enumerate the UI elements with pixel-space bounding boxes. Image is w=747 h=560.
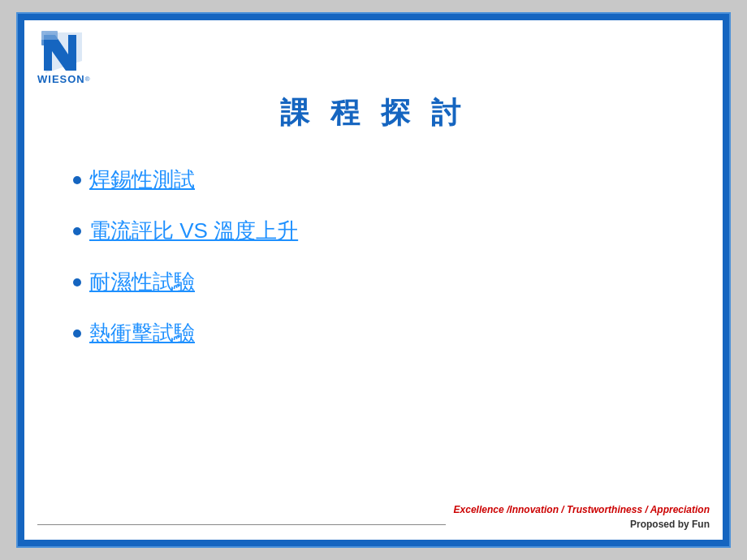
slide-container: WIESON ® 課 程 探 討 焊錫性測試 電流評比 VS 溫度上升: [16, 12, 731, 548]
slide-inner: WIESON ® 課 程 探 討 焊錫性測試 電流評比 VS 溫度上升: [24, 20, 723, 540]
bullet-dot: [73, 278, 81, 286]
logo-area: WIESON ®: [37, 28, 90, 85]
bullet-text-2: 電流評比 VS 溫度上升: [89, 217, 298, 245]
bullet-dot: [73, 176, 81, 184]
bullet-text-1: 焊錫性測試: [89, 166, 195, 194]
footer-tagline: Excellence /Innovation / Trustworthiness…: [454, 504, 710, 515]
footer-text-area: Excellence /Innovation / Trustworthiness…: [454, 504, 710, 530]
bullet-dot: [73, 227, 81, 235]
bullet-text-3: 耐濕性試驗: [89, 268, 195, 296]
logo-graphic: [37, 28, 86, 73]
right-border: [723, 14, 729, 546]
left-border: [18, 14, 24, 546]
bullet-dot: [73, 330, 81, 338]
list-item: 焊錫性測試: [73, 166, 674, 194]
list-item: 熱衝擊試驗: [73, 319, 674, 347]
footer-proposed: Proposed by Fun: [630, 519, 710, 530]
bullet-list: 焊錫性測試 電流評比 VS 溫度上升 耐濕性試驗 熱衝擊試驗: [73, 166, 674, 370]
footer-divider: [37, 524, 446, 525]
header: WIESON ®: [24, 20, 723, 85]
list-item: 耐濕性試驗: [73, 268, 674, 296]
list-item: 電流評比 VS 溫度上升: [73, 217, 674, 245]
footer-area: Excellence /Innovation / Trustworthiness…: [24, 504, 723, 540]
slide-title: 課 程 探 討: [73, 93, 674, 133]
bullet-text-4: 熱衝擊試驗: [89, 319, 195, 347]
main-content: 課 程 探 討 焊錫性測試 電流評比 VS 溫度上升 耐濕性試驗 熱衝擊試驗: [24, 85, 723, 504]
bottom-border: [18, 540, 729, 546]
top-border: [18, 14, 729, 20]
